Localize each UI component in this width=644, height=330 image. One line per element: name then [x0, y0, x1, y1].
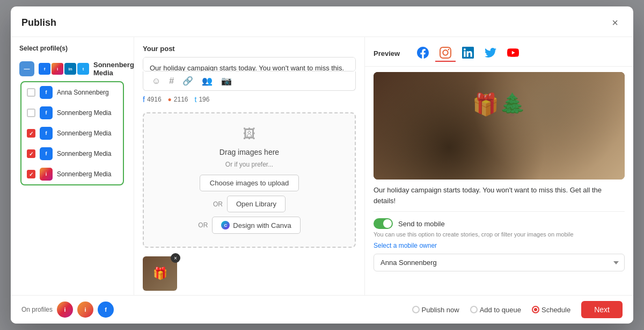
publish-now-label: Publish now	[422, 306, 459, 314]
post-toolbar: ☺ # 🔗 👥 📷	[143, 71, 356, 91]
on-profiles-label: On profiles	[21, 306, 53, 313]
link-icon[interactable]: 🔗	[182, 76, 193, 86]
thumbnail-strip: × 🎁	[134, 252, 364, 295]
drag-images-subtitle: Or if you prefer...	[225, 161, 273, 168]
profile-checkbox-3[interactable]	[27, 129, 35, 138]
list-item[interactable]: f Anna Sonnenberg	[21, 82, 123, 103]
group-name: Sonnenberg Media	[93, 61, 134, 77]
facebook-stat-count: 4916	[147, 96, 162, 103]
next-button[interactable]: Next	[581, 301, 623, 318]
profiles-list: f Anna Sonnenberg f Sonnenberg Media	[20, 81, 124, 185]
profile-checkbox-1[interactable]	[27, 88, 35, 97]
profile-name-3: Sonnenberg Media	[57, 130, 111, 137]
modal-body: Select profile(s) — f i in t Sonnenberg …	[11, 37, 633, 295]
group-avatar-ig: i	[52, 63, 63, 75]
your-post-title: Your post	[134, 37, 364, 57]
preview-caption: Our holiday campaign starts today. You w…	[374, 185, 625, 206]
footer-profile-chip-2[interactable]: i	[77, 302, 93, 318]
mention-icon[interactable]: 👥	[202, 76, 213, 86]
modal-header: Publish ×	[11, 6, 633, 37]
profile-avatar-3: f	[40, 127, 53, 140]
post-text-input[interactable]: Our holiday campaign starts today. You w…	[143, 57, 356, 71]
or-label-2: OR	[198, 221, 208, 229]
profile-name-5: Sonnenberg Media	[57, 170, 111, 178]
schedule-radio[interactable]	[532, 306, 539, 313]
modal-title: Publish	[21, 17, 56, 28]
mobile-owner-select[interactable]: Anna Sonnenberg	[374, 254, 625, 271]
profile-name-4: Sonnenberg Media	[57, 150, 111, 157]
tab-instagram[interactable]	[435, 45, 456, 62]
tab-linkedin[interactable]	[458, 45, 478, 62]
canva-icon: C	[221, 221, 230, 229]
thumbnail-item: × 🎁	[143, 256, 177, 291]
open-library-button[interactable]: Open Library	[227, 196, 286, 212]
group-avatar-li: in	[64, 63, 76, 75]
group-avatars: f i in t	[39, 63, 89, 75]
thumbnail-remove-button[interactable]: ×	[171, 253, 180, 263]
tab-facebook[interactable]	[413, 45, 433, 62]
stat-twitter: t 196	[195, 95, 210, 104]
send-to-mobile-toggle[interactable]	[374, 218, 393, 229]
modal-overlay: Publish × Select profile(s) — f i in t	[0, 0, 644, 330]
close-button[interactable]: ×	[608, 15, 623, 30]
list-item[interactable]: f Sonnenberg Media	[21, 123, 123, 144]
preview-image	[374, 72, 625, 180]
send-to-mobile-section: Send to mobile You can use this option t…	[374, 211, 625, 278]
profile-avatar-5: i	[40, 168, 53, 181]
stat-instagram: ● 2116	[168, 96, 188, 103]
twitter-stat-icon: t	[195, 95, 197, 104]
group-avatar-fb: f	[39, 63, 50, 75]
profile-group: — f i in t Sonnenberg Media	[11, 56, 134, 193]
publish-now-radio[interactable]	[412, 306, 420, 313]
list-item[interactable]: i Sonnenberg Media	[21, 164, 123, 184]
send-description: You can use this option to create storie…	[374, 231, 625, 238]
image-icon[interactable]: 📷	[221, 76, 232, 86]
profile-chip-icon-3: f	[105, 306, 107, 313]
facebook-stat-icon: f	[143, 95, 145, 104]
profile-name-2: Sonnenberg Media	[57, 109, 111, 117]
list-item[interactable]: f Sonnenberg Media	[21, 144, 123, 164]
profile-avatar-2: f	[40, 106, 53, 119]
group-minus-icon: —	[19, 61, 34, 76]
right-panel: Preview	[365, 37, 633, 295]
emoji-icon[interactable]: ☺	[152, 76, 160, 86]
upload-area: 🖼 Drag images here Or if you prefer... C…	[143, 112, 356, 248]
footer-profile-chip-1[interactable]: i	[57, 302, 73, 318]
upload-image-icon: 🖼	[243, 126, 256, 141]
profile-avatar-4: f	[40, 147, 53, 160]
schedule-label: Schedule	[541, 306, 570, 314]
preview-image-placeholder	[374, 72, 625, 180]
list-item[interactable]: f Sonnenberg Media	[21, 103, 123, 123]
select-mobile-owner-link[interactable]: Select a mobile owner	[374, 242, 625, 249]
profile-checkbox-4[interactable]	[27, 149, 35, 158]
tab-youtube[interactable]	[503, 45, 523, 62]
group-avatar-tw: t	[77, 63, 89, 75]
footer-right: Publish now Add to queue Schedule Next	[412, 301, 623, 318]
schedule-option[interactable]: Schedule	[532, 306, 570, 314]
profile-chip-icon-1: i	[64, 306, 66, 313]
or-row-2: OR C Design with Canva	[152, 217, 346, 234]
preview-header: Preview	[365, 37, 633, 67]
profile-checkbox-2[interactable]	[27, 109, 35, 117]
design-with-canva-button[interactable]: C Design with Canva	[212, 217, 300, 234]
middle-panel: Your post Our holiday campaign starts to…	[134, 37, 365, 295]
profile-avatar-1: f	[40, 86, 53, 99]
modal-footer: On profiles i i f Publish now Add	[11, 295, 633, 324]
group-header[interactable]: — f i in t Sonnenberg Media	[16, 56, 128, 81]
hashtag-icon[interactable]: #	[169, 76, 174, 86]
stat-facebook: f 4916	[143, 95, 162, 104]
add-to-queue-option[interactable]: Add to queue	[470, 306, 521, 314]
canva-btn-label: Design with Canva	[233, 221, 291, 229]
left-panel: Select profile(s) — f i in t Sonnenberg …	[11, 37, 134, 295]
send-to-mobile-label: Send to mobile	[398, 220, 445, 228]
publish-now-option[interactable]: Publish now	[412, 306, 459, 314]
or-label-1: OR	[213, 200, 223, 208]
profile-checkbox-5[interactable]	[27, 170, 35, 178]
choose-images-button[interactable]: Choose images to upload	[200, 175, 299, 191]
tab-twitter[interactable]	[480, 45, 501, 62]
instagram-stat-icon: ●	[168, 96, 172, 103]
select-profiles-title: Select profile(s)	[11, 37, 134, 56]
add-to-queue-radio[interactable]	[470, 306, 478, 313]
footer-profile-chip-3[interactable]: f	[98, 302, 114, 318]
or-row-1: OR Open Library	[152, 196, 346, 212]
